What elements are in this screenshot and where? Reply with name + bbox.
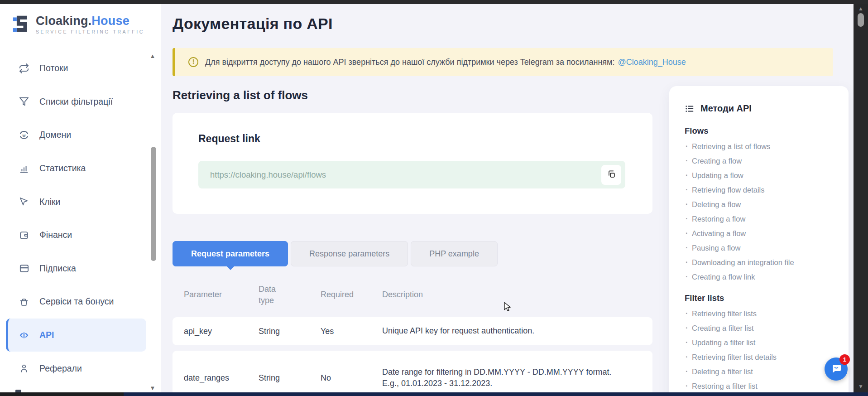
- sidebar-item-clicks[interactable]: Кліки: [0, 185, 161, 218]
- sidebar-item-label: Списки фільтрації: [39, 97, 113, 107]
- request-link-title: Request link: [198, 133, 260, 145]
- sidebar-item-services-bonuses[interactable]: Сервіси та бонуси: [0, 285, 161, 319]
- sidebar: Cloaking.House SERVICE FILTERING TRAFFIC…: [0, 4, 161, 392]
- method-link-pausing-a-flow[interactable]: Pausing a flow: [685, 244, 833, 252]
- sidebar-item-label: Підписка: [39, 263, 76, 274]
- domains-icon: w: [18, 129, 30, 141]
- sidebar-scroll-down-icon[interactable]: ▼: [148, 385, 157, 391]
- subscription-icon: [18, 262, 30, 274]
- sidebar-item-statistics[interactable]: Статистика: [0, 152, 161, 185]
- method-link-retrieving-filter-list-details[interactable]: Retrieving filter list details: [685, 353, 833, 361]
- methods-panel-header: Методи API: [685, 103, 833, 114]
- stats-icon: [18, 163, 30, 174]
- cell-description: Unique API key for request authenticatio…: [382, 325, 641, 337]
- methods-group-flows: Flows: [685, 126, 833, 136]
- table-row: api_key String Yes Unique API key for re…: [173, 317, 652, 345]
- sidebar-item-api[interactable]: API: [6, 319, 146, 352]
- column-header-required: Required: [321, 290, 382, 299]
- chat-bubble-icon: [830, 362, 842, 376]
- scrollbar-down-icon[interactable]: ▼: [854, 383, 868, 390]
- table-header-row: Parameter Data type Required Description: [173, 281, 652, 309]
- sidebar-item-finance[interactable]: Фінанси: [0, 218, 161, 252]
- table-row: date_ranges String No Date range for fil…: [173, 351, 652, 392]
- clicks-icon: [18, 196, 30, 208]
- tab-request-parameters[interactable]: Request parameters: [173, 241, 288, 266]
- window-bottom-border-left: [0, 392, 124, 396]
- column-header-data-type: Data type: [259, 284, 282, 306]
- methods-panel-title: Методи API: [700, 103, 752, 114]
- method-link-restoring-a-flow[interactable]: Restoring a flow: [685, 215, 833, 223]
- cell-description: Date range for filtering in DD.MM.YYYY -…: [382, 367, 641, 389]
- request-link-card: Request link https://cloaking.house/api/…: [173, 113, 652, 214]
- sidebar-item-label: Сервіси та бонуси: [39, 296, 114, 307]
- brand-name: Cloaking.House: [36, 14, 129, 28]
- method-link-downloading-integration-file[interactable]: Downloading an integration file: [685, 258, 833, 266]
- scrollbar-up-icon[interactable]: ▲: [854, 5, 868, 12]
- copy-icon: [607, 170, 616, 180]
- sidebar-item-domains[interactable]: w Домени: [0, 118, 161, 152]
- cell-parameter: api_key: [184, 327, 259, 336]
- cell-required: No: [321, 373, 382, 383]
- sidebar-item-label: Статистика: [39, 163, 86, 174]
- tab-response-parameters[interactable]: Response parameters: [291, 241, 408, 266]
- warning-icon: !: [188, 57, 198, 67]
- request-url-value: https://cloaking.house/api/flows: [210, 170, 601, 180]
- chat-widget-button[interactable]: 1: [825, 357, 848, 381]
- api-access-alert: ! Для відкриття доступу до нашого API зв…: [173, 48, 833, 76]
- brand-tagline: SERVICE FILTERING TRAFFIC: [36, 29, 144, 34]
- flows-icon: [18, 63, 30, 74]
- request-url-field: https://cloaking.house/api/flows: [198, 161, 625, 188]
- method-link-updating-a-flow[interactable]: Updating a flow: [685, 171, 833, 179]
- filter-icon: [18, 96, 30, 107]
- app-screen: Cloaking.House SERVICE FILTERING TRAFFIC…: [0, 0, 868, 396]
- sidebar-item-subscription[interactable]: Підписка: [0, 252, 161, 285]
- api-icon: [18, 329, 30, 341]
- method-link-activating-a-flow[interactable]: Activating a flow: [685, 229, 833, 237]
- method-link-retrieving-list-of-flows[interactable]: Retrieving a list of flows: [685, 142, 833, 150]
- chat-unread-badge: 1: [839, 354, 850, 365]
- sidebar-item-label: Фінанси: [39, 230, 72, 240]
- referrals-icon: [18, 362, 30, 374]
- cell-parameter: date_ranges: [184, 373, 259, 383]
- sidebar-item-label: Реферали: [39, 363, 82, 374]
- method-link-creating-a-filter-list[interactable]: Creating a filter list: [685, 324, 833, 332]
- logo-icon: [12, 14, 30, 36]
- sidebar-item-filter-lists[interactable]: Списки фільтрації: [0, 85, 161, 119]
- method-link-deleting-a-flow[interactable]: Deleting a flow: [685, 200, 833, 208]
- column-header-parameter: Parameter: [184, 290, 259, 299]
- sidebar-item-label: API: [39, 330, 54, 340]
- method-link-retrieving-flow-details[interactable]: Retrieving flow details: [685, 186, 833, 194]
- method-link-creating-a-flow-link[interactable]: Creating a flow link: [685, 273, 833, 281]
- methods-group-filter-lists: Filter lists: [685, 293, 833, 303]
- svg-text:w: w: [22, 133, 26, 137]
- sidebar-item-label: Потоки: [39, 63, 68, 73]
- method-link-deleting-a-filter-list[interactable]: Deleting a filter list: [685, 367, 833, 376]
- method-link-restoring-a-filter-list[interactable]: Restoring a filter list: [685, 382, 833, 390]
- window-top-border: [0, 0, 868, 4]
- services-icon: [18, 296, 30, 308]
- copy-url-button[interactable]: [601, 165, 621, 185]
- alert-message: Для відкриття доступу до нашого API звер…: [205, 58, 614, 67]
- page-title: Документація по API: [173, 15, 854, 33]
- browser-scrollbar: ▲ ▼: [854, 4, 868, 392]
- tab-php-example[interactable]: PHP example: [411, 241, 498, 266]
- sidebar-item-flows[interactable]: Потоки: [0, 52, 161, 85]
- cell-data-type: String: [259, 373, 321, 383]
- sidebar-scrollbar-thumb[interactable]: [151, 147, 156, 261]
- list-icon: [685, 104, 695, 114]
- method-link-updating-a-filter-list[interactable]: Updating a filter list: [685, 338, 833, 347]
- sidebar-item-referrals[interactable]: Реферали: [0, 352, 161, 385]
- sidebar-menu: Потоки Списки фільтрації w Домени Статис…: [0, 52, 161, 385]
- method-link-creating-a-flow[interactable]: Creating a flow: [685, 157, 833, 165]
- sidebar-scroll-up-icon[interactable]: ▲: [148, 53, 157, 59]
- sidebar-item-label: Кліки: [39, 197, 61, 207]
- method-link-retrieving-filter-lists[interactable]: Retrieving filter lists: [685, 309, 833, 318]
- scrollbar-thumb[interactable]: [858, 13, 864, 27]
- sidebar-item-label: Домени: [39, 130, 71, 140]
- telegram-link[interactable]: @Cloaking_House: [618, 58, 686, 67]
- cell-required: Yes: [321, 327, 382, 336]
- column-header-description: Description: [382, 290, 641, 299]
- logo[interactable]: Cloaking.House SERVICE FILTERING TRAFFIC: [12, 14, 144, 36]
- finance-icon: [18, 229, 30, 241]
- window-bottom-border: [0, 392, 868, 396]
